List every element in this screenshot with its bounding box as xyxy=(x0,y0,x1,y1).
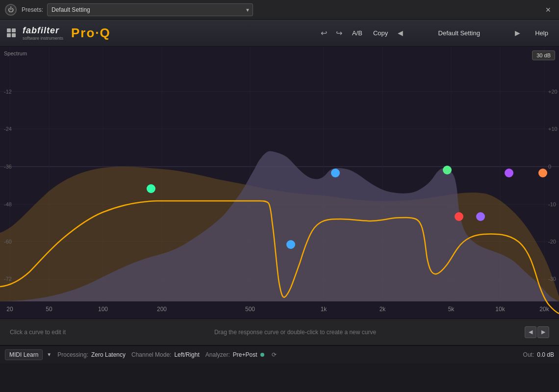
out-item: Out: 0.0 dB xyxy=(523,351,554,358)
svg-text:20: 20 xyxy=(6,306,13,313)
svg-text:200: 200 xyxy=(157,306,167,313)
svg-text:-60: -60 xyxy=(4,239,12,245)
analyzer-value: Pre+Post xyxy=(233,351,257,358)
svg-text:5k: 5k xyxy=(448,306,455,313)
svg-text:-24: -24 xyxy=(4,126,12,132)
svg-text:+20: +20 xyxy=(548,89,558,95)
channel-mode-label: Channel Mode: xyxy=(131,351,171,358)
svg-text:0: 0 xyxy=(548,164,551,170)
midi-learn-button[interactable]: MIDI Learn xyxy=(5,349,43,360)
scroll-right-button[interactable]: ▶ xyxy=(537,326,549,338)
info-bar: Click a curve to edit it Drag the respon… xyxy=(0,318,559,345)
eq-node-8 xyxy=(538,169,547,177)
analyzer-status-dot xyxy=(260,353,264,357)
logo-area: fabfilter software instruments Pro·Q xyxy=(7,25,111,41)
info-hint-left: Click a curve to edit it xyxy=(10,329,66,336)
eq-node-7 xyxy=(505,169,513,177)
channel-mode-item: Channel Mode: Left/Right xyxy=(131,351,200,358)
copy-button[interactable]: Copy xyxy=(369,27,392,39)
eq-node-6 xyxy=(476,212,485,221)
undo-button[interactable]: ↩ xyxy=(318,26,330,40)
eq-display-area[interactable]: Spectrum 30 dB xyxy=(0,47,559,318)
preset-dropdown[interactable]: Default Setting xyxy=(47,3,253,16)
eq-node-2 xyxy=(286,240,295,249)
preset-dropdown-wrapper: Default Setting ▼ xyxy=(47,3,253,16)
processing-value: Zero Latency xyxy=(91,351,126,358)
loop-icon[interactable]: ⟳ xyxy=(270,351,278,359)
svg-text:500: 500 xyxy=(245,306,255,313)
svg-text:2k: 2k xyxy=(380,306,386,313)
svg-text:-20: -20 xyxy=(548,239,556,245)
brand-text-group: fabfilter software instruments xyxy=(23,25,63,41)
preset-name-display: Default Setting xyxy=(410,29,508,37)
channel-mode-value: Left/Right xyxy=(174,351,199,358)
logo-dot-1 xyxy=(7,28,11,32)
header-controls: ↩ ↪ A/B Copy ◀ Default Setting ▶ Help xyxy=(318,26,552,40)
scroll-left-button[interactable]: ◀ xyxy=(525,326,536,338)
eq-node-5 xyxy=(455,212,463,221)
redo-button[interactable]: ↪ xyxy=(333,26,345,40)
db-range-button[interactable]: 30 dB xyxy=(532,50,555,60)
analyzer-item: Analyzer: Pre+Post xyxy=(205,351,264,358)
svg-text:10k: 10k xyxy=(495,306,505,313)
eq-canvas: 20 50 100 200 500 1k 2k 5k 10k 20k -12 -… xyxy=(0,47,559,318)
help-button[interactable]: Help xyxy=(531,27,552,39)
status-bar: MIDI Learn ▼ Processing: Zero Latency Ch… xyxy=(0,345,559,363)
brand-name: fabfilter xyxy=(23,25,63,36)
processing-label: Processing: xyxy=(57,351,88,358)
ab-button[interactable]: A/B xyxy=(348,27,366,39)
product-name: Pro·Q xyxy=(71,25,111,41)
close-button[interactable]: ✕ xyxy=(542,4,554,16)
svg-text:50: 50 xyxy=(46,306,52,313)
svg-text:-12: -12 xyxy=(4,89,12,95)
logo-dot-4 xyxy=(12,33,16,37)
nav-arrows-right: ◀ ▶ xyxy=(525,326,549,338)
eq-node-3 xyxy=(331,169,340,177)
eq-node-4 xyxy=(443,166,452,174)
svg-text:-10: -10 xyxy=(548,201,556,207)
plugin-header: fabfilter software instruments Pro·Q ↩ ↪… xyxy=(0,20,559,47)
svg-text:1k: 1k xyxy=(321,306,328,313)
preset-prev-button[interactable]: ◀ xyxy=(395,27,406,39)
svg-text:-36: -36 xyxy=(4,164,12,170)
out-value: 0.0 dB xyxy=(537,351,554,358)
power-button[interactable]: ⏻ xyxy=(5,4,17,16)
logo-dot-3 xyxy=(7,33,11,37)
logo-grid xyxy=(7,28,16,37)
svg-text:-72: -72 xyxy=(4,276,12,282)
svg-text:100: 100 xyxy=(98,306,108,313)
analyzer-label: Analyzer: xyxy=(205,351,230,358)
svg-text:-48: -48 xyxy=(4,201,12,207)
preset-nav-area: ◀ Default Setting ▶ xyxy=(395,27,523,39)
svg-text:-30: -30 xyxy=(548,276,556,282)
spectrum-label: Spectrum xyxy=(4,50,27,56)
eq-node-1 xyxy=(147,184,155,193)
svg-text:+10: +10 xyxy=(548,126,558,132)
sub-brand: software instruments xyxy=(23,36,63,41)
logo-dot-2 xyxy=(12,28,16,32)
midi-learn-dropdown-arrow[interactable]: ▼ xyxy=(47,352,51,357)
title-bar: ⏻ Presets: Default Setting ▼ ✕ xyxy=(0,0,559,20)
preset-next-button[interactable]: ▶ xyxy=(512,27,523,39)
svg-text:20k: 20k xyxy=(539,306,549,313)
info-hint-center: Drag the response curve or double-click … xyxy=(85,329,505,336)
out-label: Out: xyxy=(523,351,534,358)
processing-item: Processing: Zero Latency xyxy=(57,351,126,358)
presets-label: Presets: xyxy=(22,6,43,13)
